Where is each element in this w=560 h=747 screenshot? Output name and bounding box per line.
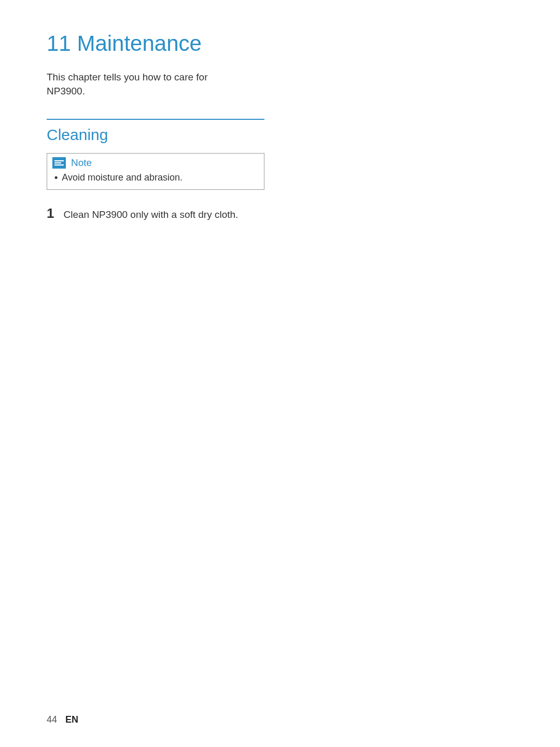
note-body: • Avoid moisture and abrasion.	[47, 171, 264, 189]
chapter-number: 11	[47, 31, 71, 56]
note-label: Note	[71, 157, 92, 169]
note-bullet-item: • Avoid moisture and abrasion.	[54, 171, 257, 184]
section-heading: Cleaning	[47, 126, 244, 144]
page-number: 44	[47, 714, 57, 725]
note-icon	[52, 157, 66, 169]
note-bullet-text: Avoid moisture and abrasion.	[62, 171, 183, 184]
page-content: 11 Maintenance This chapter tells you ho…	[0, 0, 290, 222]
chapter-title: Maintenance	[77, 31, 202, 56]
section-divider	[47, 119, 264, 120]
chapter-heading: 11 Maintenance	[47, 31, 244, 56]
step-item: 1 Clean NP3900 only with a soft dry clot…	[47, 206, 244, 222]
note-header: Note	[47, 154, 264, 171]
page-language: EN	[65, 714, 78, 725]
page-footer: 44 EN	[47, 714, 78, 725]
note-callout: Note • Avoid moisture and abrasion.	[47, 153, 264, 190]
step-number: 1	[47, 206, 54, 220]
chapter-intro-text: This chapter tells you how to care for N…	[47, 71, 244, 98]
step-text: Clean NP3900 only with a soft dry cloth.	[63, 208, 238, 222]
bullet-dot-icon: •	[54, 171, 58, 184]
